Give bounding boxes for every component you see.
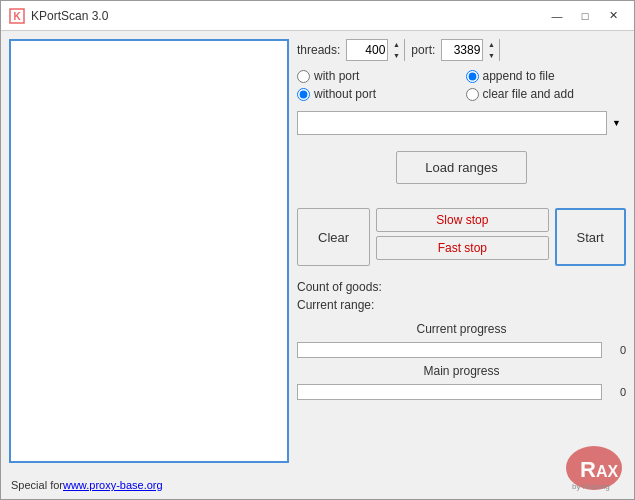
current-progress-label: Current progress	[297, 322, 626, 336]
port-spinbox[interactable]: ▲ ▼	[441, 39, 500, 61]
clear-and-add-option: clear file and add	[466, 87, 627, 101]
title-bar: K KPortScan 3.0 — □ ✕	[1, 1, 634, 31]
maximize-button[interactable]: □	[572, 6, 598, 26]
ip-range-panel[interactable]	[9, 39, 289, 463]
with-port-label: with port	[314, 69, 359, 83]
svg-text:K: K	[13, 11, 21, 22]
threads-up-arrow[interactable]: ▲	[388, 39, 404, 50]
with-port-radio[interactable]	[297, 70, 310, 83]
file-dropdown-wrapper: ▼	[297, 111, 626, 135]
threads-input[interactable]	[347, 40, 387, 60]
right-panel: threads: ▲ ▼ port: ▲ ▼	[297, 39, 626, 463]
footer-link[interactable]: www.proxy-base.org	[63, 479, 163, 491]
minimize-button[interactable]: —	[544, 6, 570, 26]
slow-stop-button[interactable]: Slow stop	[376, 208, 548, 232]
footer: Special for www.proxy-base.org R AX by K…	[1, 471, 634, 499]
close-button[interactable]: ✕	[600, 6, 626, 26]
clear-and-add-radio[interactable]	[466, 88, 479, 101]
stop-group: Slow stop Fast stop	[376, 208, 548, 266]
main-progress-bar	[297, 384, 602, 400]
threads-port-row: threads: ▲ ▼ port: ▲ ▼	[297, 39, 626, 61]
main-window: K KPortScan 3.0 — □ ✕ threads: ▲ ▼	[0, 0, 635, 500]
main-progress-row: 0	[297, 384, 626, 400]
port-up-arrow[interactable]: ▲	[483, 39, 499, 50]
main-progress-label: Main progress	[297, 364, 626, 378]
fast-stop-button[interactable]: Fast stop	[376, 236, 548, 260]
content-area: threads: ▲ ▼ port: ▲ ▼	[1, 31, 634, 471]
append-to-file-label: append to file	[483, 69, 555, 83]
svg-text:by Krasnig: by Krasnig	[572, 482, 610, 491]
port-down-arrow[interactable]: ▼	[483, 50, 499, 61]
title-bar-text: KPortScan 3.0	[31, 9, 544, 23]
current-progress-row: 0	[297, 342, 626, 358]
svg-text:AX: AX	[596, 463, 619, 480]
append-to-file-radio[interactable]	[466, 70, 479, 83]
watermark: R AX by Krasnig	[544, 433, 624, 495]
dropdown-row: ▼	[297, 111, 626, 135]
info-section: Count of goods: Current range:	[297, 280, 626, 312]
clear-button[interactable]: Clear	[297, 208, 370, 266]
app-icon: K	[9, 8, 25, 24]
threads-label: threads:	[297, 43, 340, 57]
current-progress-value: 0	[606, 344, 626, 356]
port-input[interactable]	[442, 40, 482, 60]
without-port-radio[interactable]	[297, 88, 310, 101]
progress-section: Current progress 0 Main progress 0	[297, 322, 626, 400]
append-to-file-option: append to file	[466, 69, 627, 83]
start-button[interactable]: Start	[555, 208, 626, 266]
current-range-label: Current range:	[297, 298, 374, 312]
svg-text:R: R	[580, 457, 596, 482]
file-dropdown[interactable]	[297, 111, 626, 135]
footer-special-text: Special for	[11, 479, 63, 491]
title-bar-controls: — □ ✕	[544, 6, 626, 26]
without-port-option: without port	[297, 87, 458, 101]
load-ranges-button[interactable]: Load ranges	[396, 151, 526, 184]
threads-spinbox[interactable]: ▲ ▼	[346, 39, 405, 61]
port-label: port:	[411, 43, 435, 57]
port-arrows: ▲ ▼	[482, 39, 499, 61]
count-of-goods-label: Count of goods:	[297, 280, 382, 294]
without-port-label: without port	[314, 87, 376, 101]
current-range-row: Current range:	[297, 298, 626, 312]
count-of-goods-row: Count of goods:	[297, 280, 626, 294]
current-progress-bar	[297, 342, 602, 358]
action-row: Clear Slow stop Fast stop Start	[297, 208, 626, 266]
with-port-option: with port	[297, 69, 458, 83]
radio-group: with port append to file without port cl…	[297, 69, 626, 101]
clear-and-add-label: clear file and add	[483, 87, 574, 101]
threads-down-arrow[interactable]: ▼	[388, 50, 404, 61]
main-progress-value: 0	[606, 386, 626, 398]
threads-arrows: ▲ ▼	[387, 39, 404, 61]
